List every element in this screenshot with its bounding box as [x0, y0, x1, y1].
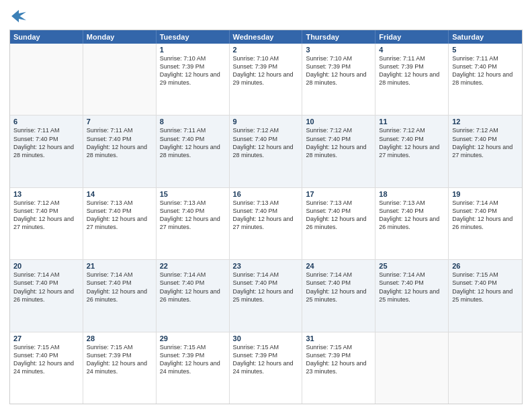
day-info: Sunrise: 7:14 AM Sunset: 7:40 PM Dayligh… — [306, 271, 371, 304]
day-info: Sunrise: 7:11 AM Sunset: 7:40 PM Dayligh… — [160, 126, 226, 159]
day-cell-11: 11Sunrise: 7:12 AM Sunset: 7:40 PM Dayli… — [375, 116, 449, 187]
day-number: 6 — [13, 118, 79, 126]
day-number: 26 — [452, 262, 519, 270]
day-cell-14: 14Sunrise: 7:13 AM Sunset: 7:40 PM Dayli… — [83, 188, 157, 259]
day-number: 3 — [306, 46, 371, 54]
weekday-header-sunday: Sunday — [10, 30, 83, 44]
day-number: 7 — [87, 118, 152, 126]
day-info: Sunrise: 7:10 AM Sunset: 7:39 PM Dayligh… — [233, 54, 299, 87]
day-number: 5 — [452, 46, 519, 54]
day-info: Sunrise: 7:12 AM Sunset: 7:40 PM Dayligh… — [233, 126, 299, 159]
day-number: 14 — [87, 190, 152, 198]
day-cell-1: 1Sunrise: 7:10 AM Sunset: 7:39 PM Daylig… — [157, 44, 230, 115]
calendar: SundayMondayTuesdayWednesdayThursdayFrid… — [9, 30, 523, 404]
day-cell-12: 12Sunrise: 7:12 AM Sunset: 7:40 PM Dayli… — [449, 116, 522, 187]
day-number: 30 — [233, 334, 299, 342]
weekday-header-wednesday: Wednesday — [230, 30, 303, 44]
day-number: 2 — [233, 46, 299, 54]
day-cell-29: 29Sunrise: 7:15 AM Sunset: 7:39 PM Dayli… — [157, 332, 230, 404]
day-info: Sunrise: 7:12 AM Sunset: 7:40 PM Dayligh… — [379, 126, 445, 159]
day-info: Sunrise: 7:14 AM Sunset: 7:40 PM Dayligh… — [379, 271, 445, 304]
day-number: 24 — [306, 262, 371, 270]
day-info: Sunrise: 7:12 AM Sunset: 7:40 PM Dayligh… — [306, 126, 371, 159]
day-cell-30: 30Sunrise: 7:15 AM Sunset: 7:39 PM Dayli… — [230, 332, 303, 404]
day-cell-20: 20Sunrise: 7:14 AM Sunset: 7:40 PM Dayli… — [10, 260, 83, 331]
day-number: 17 — [306, 190, 371, 198]
day-cell-24: 24Sunrise: 7:14 AM Sunset: 7:40 PM Dayli… — [302, 260, 375, 331]
day-cell-3: 3Sunrise: 7:10 AM Sunset: 7:39 PM Daylig… — [302, 44, 375, 115]
day-info: Sunrise: 7:13 AM Sunset: 7:40 PM Dayligh… — [87, 199, 152, 232]
day-cell-28: 28Sunrise: 7:15 AM Sunset: 7:39 PM Dayli… — [83, 332, 157, 404]
day-cell-4: 4Sunrise: 7:11 AM Sunset: 7:39 PM Daylig… — [375, 44, 449, 115]
day-cell-2: 2Sunrise: 7:10 AM Sunset: 7:39 PM Daylig… — [230, 44, 303, 115]
empty-cell — [449, 332, 522, 404]
day-info: Sunrise: 7:14 AM Sunset: 7:40 PM Dayligh… — [13, 271, 79, 304]
day-number: 8 — [160, 118, 226, 126]
day-info: Sunrise: 7:15 AM Sunset: 7:40 PM Dayligh… — [13, 343, 79, 376]
calendar-row: 6Sunrise: 7:11 AM Sunset: 7:40 PM Daylig… — [10, 115, 522, 187]
calendar-row: 20Sunrise: 7:14 AM Sunset: 7:40 PM Dayli… — [10, 259, 522, 331]
day-info: Sunrise: 7:11 AM Sunset: 7:39 PM Dayligh… — [379, 54, 445, 87]
day-number: 29 — [160, 334, 226, 342]
day-number: 18 — [379, 190, 445, 198]
weekday-header-monday: Monday — [83, 30, 157, 44]
day-cell-6: 6Sunrise: 7:11 AM Sunset: 7:40 PM Daylig… — [10, 116, 83, 187]
day-info: Sunrise: 7:15 AM Sunset: 7:40 PM Dayligh… — [452, 271, 519, 304]
day-info: Sunrise: 7:13 AM Sunset: 7:40 PM Dayligh… — [379, 199, 445, 232]
day-number: 4 — [379, 46, 445, 54]
day-cell-19: 19Sunrise: 7:14 AM Sunset: 7:40 PM Dayli… — [449, 188, 522, 259]
day-cell-22: 22Sunrise: 7:14 AM Sunset: 7:40 PM Dayli… — [157, 260, 230, 331]
day-info: Sunrise: 7:14 AM Sunset: 7:40 PM Dayligh… — [160, 271, 226, 304]
weekday-header-friday: Friday — [375, 30, 449, 44]
day-info: Sunrise: 7:12 AM Sunset: 7:40 PM Dayligh… — [452, 126, 519, 159]
page: SundayMondayTuesdayWednesdayThursdayFrid… — [0, 0, 532, 411]
day-cell-7: 7Sunrise: 7:11 AM Sunset: 7:40 PM Daylig… — [83, 116, 157, 187]
day-cell-27: 27Sunrise: 7:15 AM Sunset: 7:40 PM Dayli… — [10, 332, 83, 404]
day-info: Sunrise: 7:13 AM Sunset: 7:40 PM Dayligh… — [306, 199, 371, 232]
day-info: Sunrise: 7:10 AM Sunset: 7:39 PM Dayligh… — [160, 54, 226, 87]
svg-marker-0 — [11, 10, 26, 23]
day-cell-13: 13Sunrise: 7:12 AM Sunset: 7:40 PM Dayli… — [10, 188, 83, 259]
day-info: Sunrise: 7:13 AM Sunset: 7:40 PM Dayligh… — [160, 199, 226, 232]
calendar-row: 1Sunrise: 7:10 AM Sunset: 7:39 PM Daylig… — [10, 44, 522, 115]
logo-icon — [9, 7, 28, 26]
day-number: 19 — [452, 190, 519, 198]
day-number: 31 — [306, 334, 371, 342]
day-number: 27 — [13, 334, 79, 342]
day-number: 20 — [13, 262, 79, 270]
day-info: Sunrise: 7:14 AM Sunset: 7:40 PM Dayligh… — [233, 271, 299, 304]
calendar-row: 13Sunrise: 7:12 AM Sunset: 7:40 PM Dayli… — [10, 187, 522, 259]
day-cell-25: 25Sunrise: 7:14 AM Sunset: 7:40 PM Dayli… — [375, 260, 449, 331]
day-info: Sunrise: 7:14 AM Sunset: 7:40 PM Dayligh… — [452, 199, 519, 232]
empty-cell — [10, 44, 83, 115]
day-info: Sunrise: 7:11 AM Sunset: 7:40 PM Dayligh… — [13, 126, 79, 159]
day-cell-15: 15Sunrise: 7:13 AM Sunset: 7:40 PM Dayli… — [157, 188, 230, 259]
day-cell-26: 26Sunrise: 7:15 AM Sunset: 7:40 PM Dayli… — [449, 260, 522, 331]
header — [9, 7, 523, 26]
day-info: Sunrise: 7:14 AM Sunset: 7:40 PM Dayligh… — [87, 271, 152, 304]
day-number: 15 — [160, 190, 226, 198]
day-cell-5: 5Sunrise: 7:11 AM Sunset: 7:40 PM Daylig… — [449, 44, 522, 115]
weekday-header-saturday: Saturday — [449, 30, 522, 44]
day-cell-10: 10Sunrise: 7:12 AM Sunset: 7:40 PM Dayli… — [302, 116, 375, 187]
day-number: 10 — [306, 118, 371, 126]
logo — [9, 7, 31, 26]
day-number: 11 — [379, 118, 445, 126]
day-number: 22 — [160, 262, 226, 270]
calendar-body: 1Sunrise: 7:10 AM Sunset: 7:39 PM Daylig… — [10, 44, 522, 404]
day-cell-31: 31Sunrise: 7:15 AM Sunset: 7:39 PM Dayli… — [302, 332, 375, 404]
day-number: 16 — [233, 190, 299, 198]
calendar-row: 27Sunrise: 7:15 AM Sunset: 7:40 PM Dayli… — [10, 332, 522, 404]
day-info: Sunrise: 7:11 AM Sunset: 7:40 PM Dayligh… — [452, 54, 519, 87]
empty-cell — [375, 332, 449, 404]
day-info: Sunrise: 7:15 AM Sunset: 7:39 PM Dayligh… — [233, 343, 299, 376]
day-number: 23 — [233, 262, 299, 270]
day-number: 12 — [452, 118, 519, 126]
day-number: 9 — [233, 118, 299, 126]
weekday-header-thursday: Thursday — [302, 30, 375, 44]
day-number: 25 — [379, 262, 445, 270]
day-number: 21 — [87, 262, 152, 270]
day-cell-9: 9Sunrise: 7:12 AM Sunset: 7:40 PM Daylig… — [230, 116, 303, 187]
day-cell-21: 21Sunrise: 7:14 AM Sunset: 7:40 PM Dayli… — [83, 260, 157, 331]
day-info: Sunrise: 7:13 AM Sunset: 7:40 PM Dayligh… — [233, 199, 299, 232]
